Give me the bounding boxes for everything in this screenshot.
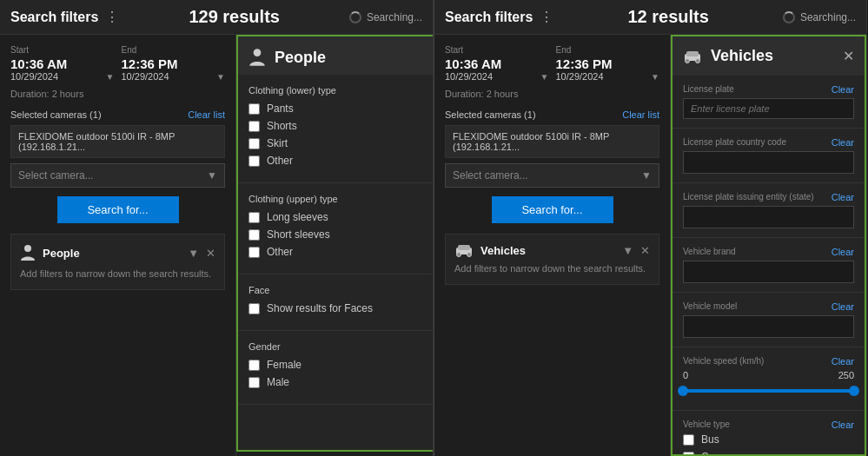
license-plate-input[interactable] — [683, 98, 854, 119]
start-time-value: 10:36 AM — [10, 56, 115, 71]
svg-point-9 — [696, 58, 700, 63]
clothing-upper-section: Clothing (upper) type Clear Long sleeves… — [238, 183, 433, 274]
p2-camera-dropdown-arrow: ▼ — [641, 169, 652, 182]
vehicles-filter-section: Vehicles ▼ ✕ Add filters to narrow down … — [445, 234, 659, 285]
p2-start-date-value: 10/29/2024 ▼ — [445, 71, 549, 82]
gender-label: Gender — [248, 341, 281, 352]
vehicles-popup-close-button[interactable]: ✕ — [843, 48, 854, 64]
clothing-lower-section: Clothing (lower) type Clear Pants Shorts… — [238, 75, 433, 183]
p2-clear-list-button[interactable]: Clear list — [622, 109, 659, 120]
end-dropdown-arrow[interactable]: ▼ — [216, 72, 225, 82]
speed-slider[interactable] — [683, 384, 854, 398]
camera-placeholder: Select camera... — [18, 169, 94, 182]
panel-1-menu-icon[interactable]: ⋮ — [105, 9, 119, 25]
vehicle-speed-label: Vehicle speed (km/h) Clear — [683, 356, 854, 367]
end-date-value: 10/29/2024 ▼ — [122, 71, 226, 82]
pants-checkbox[interactable] — [248, 103, 260, 115]
country-code-label: License plate country code Clear — [683, 137, 854, 148]
people-filter-actions: ▼ ✕ — [188, 247, 215, 260]
speed-max: 250 — [838, 370, 854, 380]
clothing-upper-other: Other — [248, 246, 433, 258]
speed-range-display: 0 250 — [683, 370, 854, 380]
p2-end-label: End — [556, 45, 660, 55]
p2-start-time-value: 10:36 AM — [445, 56, 549, 71]
clear-list-button[interactable]: Clear list — [188, 109, 225, 120]
license-plate-clear-button[interactable]: Clear — [832, 84, 854, 95]
panel-1-header-left: Search filters ⋮ — [10, 9, 119, 25]
vehicle-type-clear-button[interactable]: Clear — [832, 420, 854, 430]
bus-checkbox[interactable] — [683, 434, 694, 446]
show-faces-checkbox[interactable] — [248, 303, 260, 314]
long-sleeves-checkbox[interactable] — [248, 212, 260, 223]
people-popup-area: People ✕ Clothing (lower) type Clear Pan… — [236, 35, 433, 456]
p2-search-button[interactable]: Search for... — [492, 196, 613, 223]
panel-2-header-left: Search filters ⋮ — [445, 9, 553, 25]
issuing-entity-input[interactable] — [683, 206, 854, 228]
p2-end-date-value: 10/29/2024 ▼ — [556, 71, 660, 82]
skirt-checkbox[interactable] — [248, 138, 260, 149]
vehicles-close-button[interactable]: ✕ — [640, 244, 650, 257]
country-code-input[interactable] — [683, 151, 854, 174]
vehicle-model-input[interactable] — [683, 315, 854, 338]
p2-start-date-field: Start 10:36 AM 10/29/2024 ▼ — [445, 45, 549, 82]
panel-1-body: Start 10:36 AM 10/29/2024 ▼ End 12:36 PM… — [0, 35, 433, 456]
svg-point-8 — [686, 58, 690, 63]
p2-start-dropdown-arrow[interactable]: ▼ — [540, 72, 549, 82]
vehicle-speed-section: Vehicle speed (km/h) Clear 0 250 — [673, 347, 865, 411]
show-faces-label: Show results for Faces — [267, 302, 373, 314]
country-code-section: License plate country code Clear — [673, 129, 865, 183]
p2-date-range-row: Start 10:36 AM 10/29/2024 ▼ End 12:36 PM… — [445, 45, 659, 82]
vehicle-type-car: Car — [683, 451, 854, 456]
people-close-button[interactable]: ✕ — [206, 247, 215, 260]
country-code-clear-button[interactable]: Clear — [832, 137, 854, 148]
clothing-lower-header: Clothing (lower) type Clear — [248, 85, 433, 96]
panel-2: Search filters ⋮ 12 results Searching...… — [434, 0, 867, 456]
upper-other-checkbox[interactable] — [248, 247, 260, 258]
vehicle-speed-clear-button[interactable]: Clear — [832, 356, 854, 367]
people-popup-title: People — [248, 47, 326, 68]
panel-1-results-count: 129 results — [189, 7, 280, 27]
short-sleeves-checkbox[interactable] — [248, 229, 260, 241]
gender-female: Female — [248, 359, 433, 371]
svg-point-0 — [24, 245, 31, 252]
svg-rect-7 — [686, 51, 699, 56]
panel-1-searching-status: Searching... — [349, 11, 422, 23]
clothing-upper-header: Clothing (upper) type Clear — [248, 194, 433, 204]
p2-camera-dropdown[interactable]: Select camera... ▼ — [445, 163, 659, 188]
female-checkbox[interactable] — [248, 360, 260, 371]
start-dropdown-arrow[interactable]: ▼ — [106, 72, 115, 82]
search-button[interactable]: Search for... — [57, 196, 179, 223]
vehicles-filter-icon-button[interactable]: ▼ — [622, 244, 633, 257]
vehicle-model-clear-button[interactable]: Clear — [832, 301, 854, 312]
start-date-value: 10/29/2024 ▼ — [10, 71, 115, 82]
car-checkbox[interactable] — [683, 452, 694, 457]
slider-thumb-right[interactable] — [849, 386, 859, 396]
panel-2-menu-icon[interactable]: ⋮ — [540, 9, 553, 25]
camera-dropdown[interactable]: Select camera... ▼ — [10, 163, 225, 188]
clothing-lower-label: Clothing (lower) type — [248, 85, 336, 96]
panel-2-searching-label: Searching... — [800, 11, 856, 23]
vehicles-popup-panel: Vehicles ✕ License plate Clear License p… — [671, 35, 866, 456]
clothing-lower-pants: Pants — [248, 102, 433, 115]
vehicle-brand-clear-button[interactable]: Clear — [832, 247, 854, 257]
panel-2-results-count: 12 results — [627, 7, 708, 27]
people-filter-icon-button[interactable]: ▼ — [188, 247, 199, 260]
p2-start-label: Start — [445, 45, 549, 55]
clothing-upper-short: Short sleeves — [248, 228, 433, 241]
lower-other-checkbox[interactable] — [248, 155, 260, 167]
slider-thumb-left[interactable] — [678, 386, 688, 396]
p2-camera-placeholder: Select camera... — [453, 169, 528, 182]
people-filter-desc: Add filters to narrow down the search re… — [20, 268, 215, 281]
male-checkbox[interactable] — [248, 377, 260, 388]
panel-2-sidebar: Start 10:36 AM 10/29/2024 ▼ End 12:36 PM… — [434, 35, 671, 456]
panel-1-title: Search filters — [10, 10, 98, 25]
issuing-entity-label: License plate issuing entity (state) Cle… — [683, 192, 854, 202]
issuing-entity-clear-button[interactable]: Clear — [832, 192, 854, 202]
panel-2-spinner — [783, 11, 795, 23]
panel-1-results-area: 129 results — [189, 7, 280, 27]
p2-end-dropdown-arrow[interactable]: ▼ — [651, 72, 659, 82]
clothing-lower-skirt: Skirt — [248, 137, 433, 149]
people-popup-panel: People ✕ Clothing (lower) type Clear Pan… — [236, 35, 433, 452]
shorts-checkbox[interactable] — [248, 121, 260, 132]
vehicle-brand-input[interactable] — [683, 261, 854, 283]
